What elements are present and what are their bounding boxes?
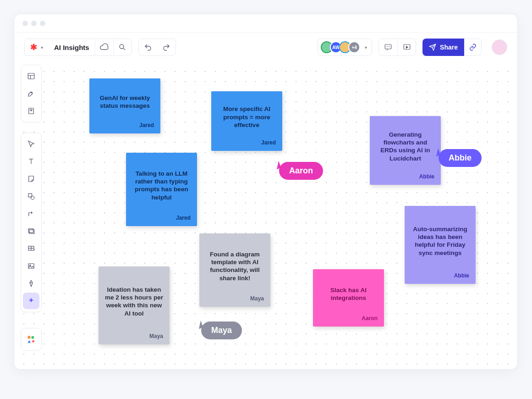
panels-tool[interactable] (23, 68, 39, 84)
svg-point-0 (120, 44, 124, 49)
current-user-avatar[interactable] (492, 39, 507, 55)
avatar-overflow-label: +4 (351, 45, 356, 50)
svg-point-3 (387, 46, 387, 47)
redo-button[interactable] (157, 39, 176, 55)
play-icon (403, 43, 411, 51)
window-dot (31, 21, 37, 26)
sticky-note[interactable]: Found a diagram template with AI functio… (199, 233, 270, 307)
note-author: Abbie (411, 272, 469, 279)
connector-tool[interactable] (23, 205, 39, 222)
topbar: ✱ ▾ AI Insights AW (14, 33, 517, 62)
collaborator-cursor: Aaron (275, 162, 323, 180)
cursor-name: Aaron (279, 162, 323, 180)
svg-point-23 (31, 336, 34, 339)
table-tool[interactable] (23, 240, 39, 257)
cursor-pointer-icon (197, 320, 203, 328)
sticky-tool[interactable] (23, 171, 39, 187)
window-dot (22, 21, 28, 26)
svg-point-4 (389, 46, 389, 47)
undo-button[interactable] (139, 39, 157, 55)
image-icon (27, 262, 35, 270)
present-button[interactable] (397, 39, 416, 55)
logo-button[interactable]: ✱ ▾ (25, 39, 49, 55)
frame-tool[interactable] (23, 223, 39, 239)
image-tool[interactable] (23, 258, 39, 274)
grid-icon (27, 72, 35, 80)
redo-icon (162, 43, 170, 51)
collaborator-cursor: Abbie (435, 149, 482, 167)
view-controls (378, 39, 416, 56)
table-icon (27, 244, 35, 253)
window-titlebar (14, 14, 517, 33)
sticky-note[interactable]: Auto-summarizing ideas has been helpful … (405, 206, 476, 284)
cloud-sync-button[interactable] (95, 39, 113, 55)
sticky-note[interactable]: GenAI for weekly status messagesJared (89, 78, 160, 133)
view-toolbox (21, 65, 42, 122)
shape-tool[interactable] (23, 188, 39, 205)
shape-icon (27, 192, 35, 200)
comments-button[interactable] (379, 39, 397, 55)
note-text: Ideation has taken me 2 less hours per w… (105, 274, 163, 329)
note-author: Abbie (376, 173, 434, 180)
sticky-note[interactable]: Slack has AI integrationsAaron (313, 269, 384, 327)
text-icon (27, 157, 35, 166)
svg-rect-15 (29, 230, 34, 233)
dropdown-caret-icon: ▾ (41, 45, 43, 50)
import-tool[interactable] (23, 103, 39, 119)
rocket-icon (27, 89, 35, 98)
svg-rect-6 (28, 73, 34, 79)
share-group: Share (422, 39, 482, 56)
share-button[interactable]: Share (422, 39, 464, 56)
note-text: Found a diagram template with AI functio… (206, 241, 264, 292)
collaborator-avatars[interactable]: AW +4 ▾ (318, 39, 372, 56)
window-dot (40, 21, 45, 26)
doc-title[interactable]: AI Insights (49, 39, 95, 55)
note-author: Maya (105, 333, 163, 340)
connector-icon (27, 210, 35, 218)
frame-icon (27, 227, 35, 235)
sticky-note[interactable]: Ideation has taken me 2 less hours per w… (99, 266, 170, 344)
note-text: Auto-summarizing ideas has been helpful … (411, 213, 469, 269)
pointer-icon (27, 140, 35, 148)
svg-point-9 (31, 92, 32, 93)
share-label: Share (440, 44, 458, 51)
send-icon (429, 44, 436, 51)
cursor-pointer-icon (434, 148, 441, 156)
note-author: Jared (218, 139, 276, 146)
note-author: Jared (132, 215, 191, 222)
note-text: Generating flowcharts and ERDs using AI … (376, 123, 434, 170)
svg-rect-22 (28, 336, 31, 339)
draw-tool[interactable] (23, 275, 39, 292)
cursor-name: Abbie (439, 149, 482, 167)
ai-tool[interactable] (23, 293, 39, 309)
shapes-toolbox (21, 328, 42, 351)
pen-icon (27, 279, 35, 288)
dropdown-caret-icon[interactable]: ▾ (365, 45, 367, 50)
sticky-note[interactable]: More specific AI prompts = more effectiv… (211, 91, 282, 151)
launch-tool[interactable] (23, 85, 39, 102)
main-toolbox (21, 133, 42, 312)
undo-icon (144, 43, 152, 51)
logo-icon: ✱ (30, 42, 37, 52)
select-tool[interactable] (23, 136, 39, 152)
note-text: GenAI for weekly status messages (96, 86, 154, 118)
svg-rect-2 (385, 44, 391, 49)
avatar-initials: AW (332, 45, 340, 50)
more-shapes-tool[interactable] (23, 331, 39, 348)
doc-title-text: AI Insights (54, 44, 89, 51)
canvas[interactable]: GenAI for weekly status messagesJaredMor… (14, 62, 517, 369)
svg-rect-19 (28, 264, 34, 269)
sticky-note[interactable]: Generating flowcharts and ERDs using AI … (370, 116, 441, 185)
shapes-add-icon (27, 335, 36, 344)
history-controls (138, 39, 176, 56)
note-author: Jared (96, 122, 154, 129)
note-text: More specific AI prompts = more effectiv… (218, 99, 276, 136)
sparkle-icon (27, 297, 35, 305)
svg-rect-14 (28, 229, 33, 233)
text-tool[interactable] (23, 153, 39, 170)
search-button[interactable] (113, 39, 132, 55)
note-author: Maya (206, 295, 264, 302)
note-text: Slack has AI integrations (319, 277, 378, 311)
copy-link-button[interactable] (464, 39, 482, 56)
sticky-note[interactable]: Talking to an LLM rather than typing pro… (126, 153, 197, 226)
